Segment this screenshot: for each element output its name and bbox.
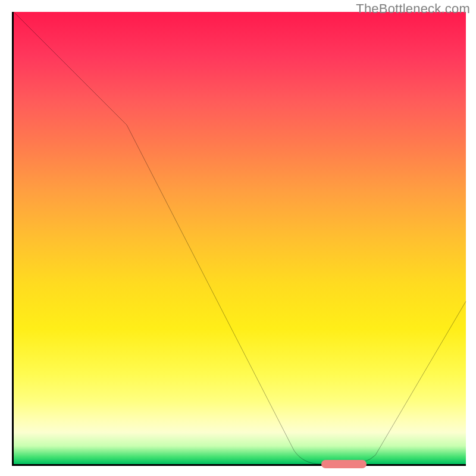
plot-area [12,12,466,466]
bottleneck-curve-path [14,12,466,464]
bottleneck-chart: TheBottleneck.com [0,0,476,476]
watermark-text: TheBottleneck.com [356,1,470,17]
optimal-range-marker [321,460,367,468]
curve-layer [14,12,466,464]
